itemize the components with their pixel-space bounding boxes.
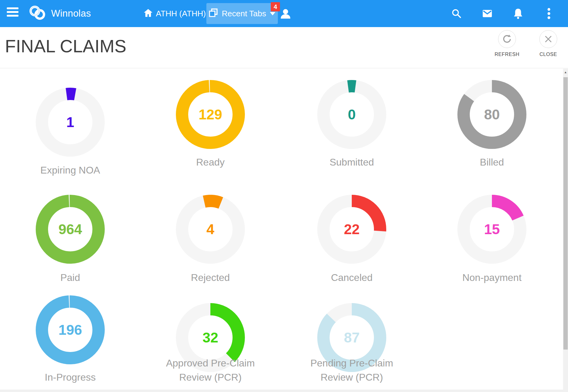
status-donut-billed[interactable]: 80 Billed xyxy=(457,80,526,149)
status-count: 15 xyxy=(457,195,526,264)
recent-tabs-button[interactable]: Recent Tabs 4 xyxy=(206,3,278,24)
status-donut-canceled[interactable]: 22 Canceled xyxy=(317,195,386,264)
status-donut-in-progress[interactable]: 196 In-Progress xyxy=(36,295,105,364)
tabs-icon xyxy=(209,8,218,19)
status-count: 0 xyxy=(317,80,386,149)
menu-icon[interactable] xyxy=(7,7,19,20)
status-label: Paid xyxy=(0,270,150,285)
home-icon xyxy=(144,9,153,18)
status-label: Ready xyxy=(130,155,290,169)
top-app-bar: Winnolas ATHH (ATHH) Recent Tabs 4 xyxy=(0,0,568,27)
refresh-label: REFRESH xyxy=(484,52,530,57)
search-icon[interactable] xyxy=(451,8,462,19)
person-icon[interactable] xyxy=(280,8,291,21)
status-donut-rejected[interactable]: 4 Rejected xyxy=(176,195,245,264)
status-donut-expiring-noa[interactable]: 1 Expiring NOA xyxy=(36,88,105,157)
refresh-button[interactable]: REFRESH xyxy=(484,30,530,57)
status-count: 964 xyxy=(36,195,105,264)
mail-icon[interactable] xyxy=(482,8,493,19)
status-count: 4 xyxy=(176,195,245,264)
close-button[interactable]: CLOSE xyxy=(525,30,568,57)
scroll-up-icon[interactable]: ▲ xyxy=(563,69,568,75)
status-donut-approved-pcr[interactable]: 32 Approved Pre-Claim Review (PCR) xyxy=(176,303,245,372)
page-header: FINAL CLAIMS REFRESH CLOSE xyxy=(0,27,568,68)
recent-tabs-badge: 4 xyxy=(271,2,280,11)
recent-tabs-label: Recent Tabs xyxy=(222,9,266,18)
refresh-icon[interactable] xyxy=(498,30,516,48)
kebab-menu-icon[interactable] xyxy=(543,8,554,19)
status-count: 1 xyxy=(36,88,105,157)
status-donut-non-payment[interactable]: 15 Non-payment xyxy=(457,195,526,264)
home-label: ATHH (ATHH) xyxy=(156,9,206,18)
status-label: Non-payment xyxy=(412,270,568,285)
status-label: Billed xyxy=(412,155,568,169)
status-label: Rejected xyxy=(130,270,290,285)
status-label: Submitted xyxy=(272,155,432,169)
brand[interactable]: Winnolas xyxy=(28,0,91,27)
status-count: 22 xyxy=(317,195,386,264)
scrollbar-thumb[interactable] xyxy=(563,77,568,350)
status-count: 129 xyxy=(176,80,245,149)
status-count: 196 xyxy=(36,295,105,364)
caret-down-icon xyxy=(270,12,275,15)
status-label: Approved Pre-Claim Review (PCR) xyxy=(130,356,290,384)
close-icon[interactable] xyxy=(539,30,557,48)
status-donut-paid[interactable]: 964 Paid xyxy=(36,195,105,264)
status-count: 80 xyxy=(457,80,526,149)
logo-rings-icon xyxy=(28,5,47,22)
close-label: CLOSE xyxy=(525,52,568,57)
status-donut-submitted[interactable]: 0 Submitted xyxy=(317,80,386,149)
bell-icon[interactable] xyxy=(513,8,524,19)
vertical-scrollbar[interactable]: ▲ xyxy=(563,69,568,392)
status-label: Expiring NOA xyxy=(0,163,150,177)
horizontal-scrollbar[interactable] xyxy=(0,390,568,392)
status-label: Pending Pre-Claim Review (PCR) xyxy=(272,356,432,384)
page-title: FINAL CLAIMS xyxy=(5,36,126,56)
claims-donut-grid: 1 Expiring NOA 129 Ready 0 Submitted xyxy=(0,69,568,392)
status-label: In-Progress xyxy=(0,370,150,384)
topbar-actions xyxy=(451,0,554,27)
final-claims-page: Winnolas ATHH (ATHH) Recent Tabs 4 xyxy=(0,0,568,392)
status-donut-pending-pcr[interactable]: 87 Pending Pre-Claim Review (PCR) xyxy=(317,303,386,372)
status-donut-ready[interactable]: 129 Ready xyxy=(176,80,245,149)
brand-name: Winnolas xyxy=(51,8,91,19)
home-context[interactable]: ATHH (ATHH) xyxy=(144,0,206,27)
status-label: Canceled xyxy=(272,270,432,285)
